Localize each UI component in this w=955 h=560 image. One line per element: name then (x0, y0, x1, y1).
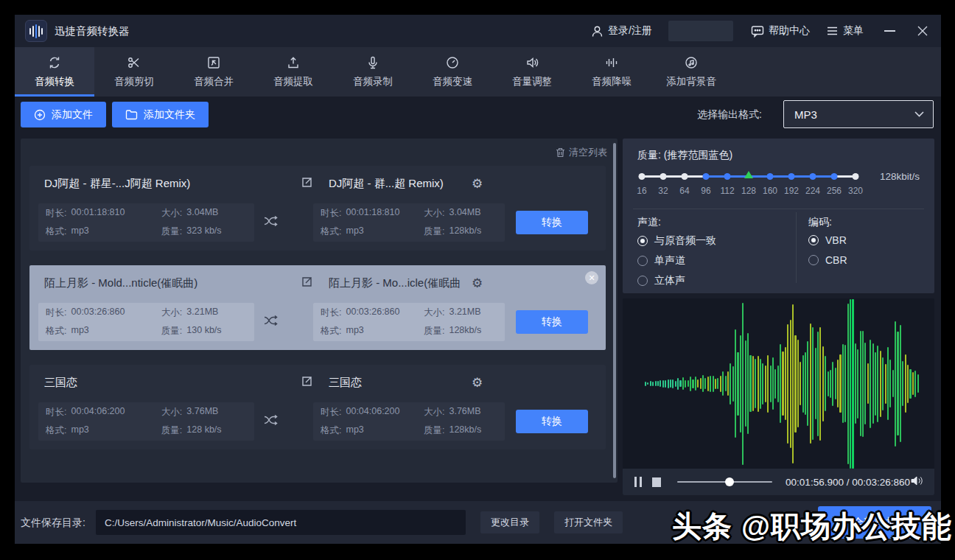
stop-button[interactable] (652, 477, 661, 487)
radio-channel-original[interactable]: 与原音频一致 (637, 234, 716, 248)
app-window: 迅捷音频转换器 登录/注册 帮助中心 菜单 音频转换 (15, 15, 941, 544)
tab-audio-speed[interactable]: 音频变速 (413, 47, 492, 97)
login-button[interactable]: 登录/注册 (591, 24, 652, 38)
tab-audio-merge[interactable]: 音频合并 (174, 47, 253, 97)
add-folder-button[interactable]: 添加文件夹 (112, 102, 209, 127)
convert-icon (47, 55, 62, 70)
radio-encode-vbr[interactable]: VBR (808, 234, 847, 246)
save-dir-label: 文件保存目录: (21, 517, 85, 530)
close-button[interactable] (917, 26, 928, 36)
tab-add-background[interactable]: 添加背景音 (651, 47, 731, 97)
radio-channel-stereo[interactable]: 立体声 (637, 274, 685, 287)
convert-button[interactable]: 转换 (516, 211, 588, 234)
main-area: 添加文件 添加文件夹 选择输出格式: MP3 清空列表 DJ阿超 - 群星-..… (15, 97, 941, 501)
clear-list-button[interactable]: 清空列表 (556, 146, 607, 159)
minimize-button[interactable] (884, 30, 895, 32)
waveform (645, 298, 923, 469)
source-file-name: 陌上月影 - Mold...nticle(催眠曲) (44, 276, 301, 290)
output-file-name: DJ阿超 - 群...超 Remix) (329, 177, 467, 191)
shuffle-arrows-icon (263, 413, 279, 430)
current-bitrate: 128kbit/s (880, 171, 920, 182)
source-file-name: 三国恋 (44, 376, 301, 390)
app-logo-icon (25, 20, 47, 42)
bitrate-marker (744, 171, 753, 178)
source-stats: 时长:00:04:06:200 大小:3.76MB 格式:mp3 质量:128 … (38, 402, 254, 441)
output-format-select[interactable]: MP3 (783, 100, 934, 128)
noise-bars-icon (604, 55, 619, 70)
tab-audio-denoise[interactable]: 音频降噪 (572, 47, 651, 97)
convert-button[interactable]: 转换 (516, 410, 588, 433)
playback-thumb[interactable] (725, 477, 734, 486)
plus-circle-icon (34, 109, 46, 121)
user-icon (591, 25, 604, 38)
tab-volume-adjust[interactable]: 音量调整 (492, 47, 572, 97)
microphone-icon (365, 55, 380, 70)
bitrate-slider[interactable]: 16 32 64 96 112 128 160 192 224 256 320 (642, 171, 856, 200)
radio-off-icon (808, 255, 819, 265)
radio-off-icon (637, 256, 648, 266)
toolbar: 添加文件 添加文件夹 (21, 102, 209, 127)
edit-name-icon[interactable] (301, 175, 314, 192)
channel-label: 声道: (637, 216, 661, 229)
title-bar: 迅捷音频转换器 登录/注册 帮助中心 菜单 (15, 15, 941, 47)
speaker-icon (525, 55, 539, 70)
source-file-name: DJ阿超 - 群星-...J阿超 Remix) (44, 177, 301, 191)
open-folder-button[interactable]: 打开文件夹 (554, 511, 623, 533)
volume-icon[interactable] (910, 475, 924, 490)
settings-panel: 质量: (推荐范围蓝色) 128kbit/s 16 32 64 (623, 139, 934, 293)
file-list-panel: 清空列表 DJ阿超 - 群星-...J阿超 Remix) DJ阿超 - 群...… (21, 139, 618, 483)
extract-icon (286, 55, 301, 70)
item-settings-gear-icon[interactable]: ⚙ (472, 377, 483, 389)
folder-icon (125, 109, 138, 120)
tab-audio-cut[interactable]: 音频剪切 (94, 47, 174, 97)
tab-audio-record[interactable]: 音频录制 (333, 47, 413, 97)
chevron-down-icon (914, 111, 924, 117)
playback-time: 00:01:56.900 / 00:03:26:860 (786, 477, 910, 488)
item-settings-gear-icon[interactable]: ⚙ (472, 178, 483, 190)
music-note-icon (684, 55, 699, 70)
remove-item-icon[interactable]: ✕ (585, 271, 598, 284)
app-title: 迅捷音频转换器 (55, 24, 130, 38)
radio-channel-mono[interactable]: 单声道 (637, 254, 685, 267)
radio-off-icon (637, 276, 648, 286)
item-settings-gear-icon[interactable]: ⚙ (472, 277, 483, 290)
playback-slider[interactable] (677, 477, 773, 486)
scissors-icon (127, 55, 141, 70)
player-bar: 00:01:56.900 / 00:03:26:860 (623, 469, 934, 495)
radio-on-icon (637, 236, 648, 246)
file-item-1[interactable]: DJ阿超 - 群星-...J阿超 Remix) DJ阿超 - 群...超 Rem… (29, 166, 606, 251)
trash-icon (556, 147, 565, 158)
watermark-text: 头条 @职场办公技能 (672, 506, 952, 547)
output-file-name: 三国恋 (329, 376, 467, 390)
source-stats: 时长:00:01:18:810 大小:3.04MB 格式:mp3 质量:323 … (38, 203, 254, 242)
hamburger-icon (826, 26, 839, 36)
shuffle-arrows-icon (263, 214, 279, 231)
help-center-button[interactable]: 帮助中心 (751, 24, 810, 38)
save-dir-input[interactable] (96, 510, 466, 535)
change-dir-button[interactable]: 更改目录 (480, 511, 539, 533)
pause-button[interactable] (634, 477, 642, 487)
tab-audio-convert[interactable]: 音频转换 (15, 47, 94, 97)
source-stats: 时长:00:03:26:860 大小:3.21MB 格式:mp3 质量:130 … (38, 303, 254, 341)
tab-bar: 音频转换 音频剪切 音频合并 音频提取 音频录制 音频变速 音量调整 音频降噪 (15, 47, 941, 97)
list-scrollbar[interactable] (613, 143, 616, 478)
radio-encode-cbr[interactable]: CBR (808, 254, 847, 266)
output-format-label: 选择输出格式: (697, 108, 762, 122)
encode-label: 编码: (808, 216, 832, 229)
edit-name-icon[interactable] (301, 275, 314, 291)
output-file-name: 陌上月影 - Mo...icle(催眠曲 (329, 276, 467, 290)
tab-audio-extract[interactable]: 音频提取 (253, 47, 333, 97)
shuffle-arrows-icon (263, 314, 279, 330)
chat-bubble-icon (751, 25, 764, 38)
add-file-button[interactable]: 添加文件 (21, 102, 106, 127)
waveform-panel: 00:01:56.900 / 00:03:26:860 (623, 298, 934, 495)
titlebar-placeholder[interactable] (668, 21, 733, 41)
output-stats: 时长:00:04:06:200 大小:3.76MB 格式:mp3 质量:128k… (313, 402, 505, 441)
convert-button[interactable]: 转换 (516, 310, 588, 334)
menu-button[interactable]: 菜单 (826, 24, 864, 38)
clock-icon (445, 55, 460, 70)
file-item-3[interactable]: 三国恋 三国恋 ⚙ 时长:00:04:06:200 大小:3.76MB 格式:m… (29, 365, 606, 449)
output-stats: 时长:00:03:26:860 大小:3.21MB 格式:mp3 质量:128k… (313, 303, 505, 341)
edit-name-icon[interactable] (301, 374, 314, 391)
file-item-2-selected[interactable]: ✕ 陌上月影 - Mold...nticle(催眠曲) 陌上月影 - Mo...… (29, 265, 606, 350)
